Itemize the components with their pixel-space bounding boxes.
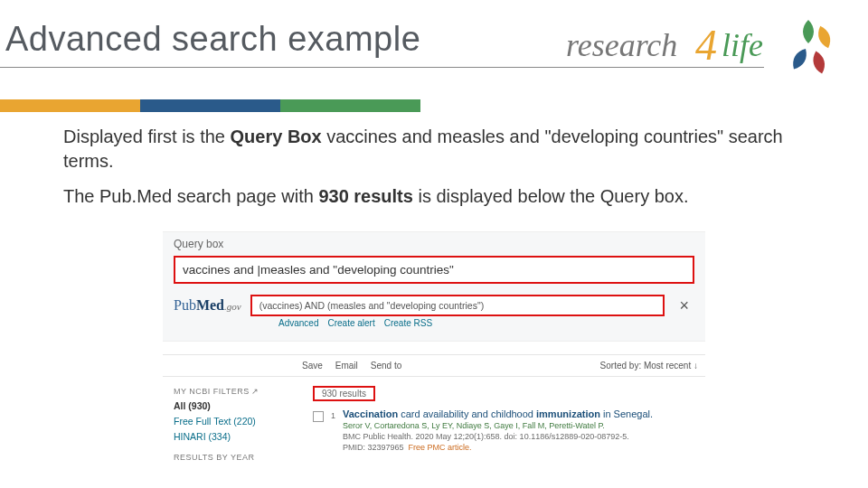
- search-sublinks: Advanced Create alert Create RSS: [278, 318, 694, 328]
- query-box-label: Query box: [174, 238, 694, 250]
- filters-heading: MY NCBI FILTERS: [174, 387, 250, 396]
- p1-b: Query Box: [231, 127, 322, 146]
- pubmed-logo: PubMed.gov: [174, 297, 241, 314]
- p1-a: Displayed first is the: [63, 127, 231, 146]
- svg-text:4: 4: [695, 21, 717, 69]
- external-icon[interactable]: ↗: [251, 387, 259, 396]
- search-input[interactable]: (vaccines) AND (measles and "developing …: [250, 295, 665, 316]
- svg-text:research: research: [566, 27, 677, 63]
- free-pmc-badge: Free PMC article.: [409, 443, 472, 452]
- create-alert-link[interactable]: Create alert: [327, 318, 374, 328]
- email-button[interactable]: Email: [335, 361, 358, 371]
- clear-icon[interactable]: ×: [674, 296, 694, 315]
- svg-text:life: life: [722, 27, 763, 63]
- filter-all[interactable]: All (930): [174, 400, 313, 411]
- create-rss-link[interactable]: Create RSS: [384, 318, 432, 328]
- advanced-link[interactable]: Advanced: [278, 318, 318, 328]
- pubmed-screenshot: Query box vaccines and |measles and "dev…: [163, 231, 705, 471]
- article-authors: Seror V, Cortaredona S, Ly EY, Ndiaye S,…: [343, 421, 705, 430]
- results-main: 930 results 1 Vaccination card availabil…: [313, 386, 705, 462]
- article-title[interactable]: Vaccination card availability and childh…: [343, 408, 705, 419]
- article-meta: PMID: 32397965 Free PMC article.: [343, 443, 705, 452]
- sendto-button[interactable]: Send to: [371, 361, 401, 371]
- p2-b: 930 results: [318, 186, 413, 206]
- query-area: Query box vaccines and |measles and "dev…: [163, 231, 705, 342]
- sort-dropdown[interactable]: Sorted by: Most recent ↓: [600, 361, 698, 371]
- filter-free-full-text[interactable]: Free Full Text (220): [174, 416, 313, 427]
- research4life-logo: research 4 life: [566, 13, 846, 85]
- slide: Advanced search example research 4 life …: [0, 0, 868, 488]
- results-count: 930 results: [313, 386, 375, 401]
- query-box-input[interactable]: vaccines and |measles and "developing co…: [174, 256, 694, 284]
- save-button[interactable]: Save: [302, 361, 323, 371]
- results-by-year-heading: RESULTS BY YEAR: [174, 453, 313, 462]
- article-journal: BMC Public Health. 2020 May 12;20(1):658…: [343, 432, 705, 441]
- filter-hinari[interactable]: HINARI (334): [174, 431, 313, 442]
- result-number: 1: [331, 411, 335, 420]
- body-text: Displayed first is the Query Box vaccine…: [63, 125, 814, 220]
- slide-title: Advanced search example: [0, 20, 420, 59]
- result-checkbox[interactable]: [313, 411, 324, 422]
- filters-sidebar: MY NCBI FILTERS ↗ All (930) Free Full Te…: [163, 386, 313, 462]
- accent-bars: [0, 99, 420, 112]
- result-item: 1 Vaccination card availability and chil…: [313, 408, 705, 452]
- results-toolbar: Save Email Send to Sorted by: Most recen…: [163, 354, 705, 377]
- p2-a: The Pub.Med search page with: [63, 186, 318, 206]
- p2-c: is displayed below the Query box.: [413, 186, 689, 206]
